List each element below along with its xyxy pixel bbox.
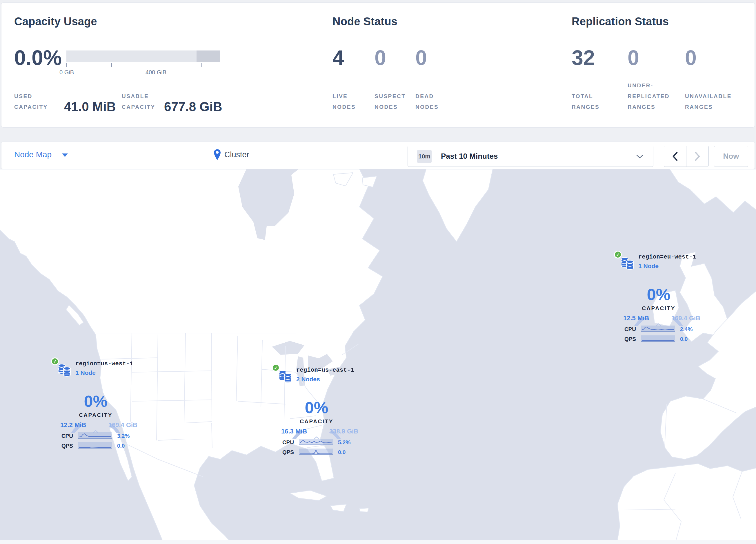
region-name: region=us-east-1 [296,367,354,374]
capacity-bar-tick [111,63,112,67]
used-capacity-value: 41.0 MiB [64,99,116,114]
suspect-nodes-value: 0 [375,47,386,69]
qps-value: 0.0 [117,443,125,449]
chevron-down-icon [636,155,643,159]
cpu-label: CPU [271,439,294,446]
cpu-sparkline [78,432,112,439]
capacity-bar-tick [66,63,67,67]
live-nodes-label: LIVE NODES [332,91,365,112]
used-capacity-label: USED CAPACITY [14,91,58,112]
cpu-value: 3.2% [117,433,130,439]
capacity-percent: 0% [66,392,125,411]
cpu-value: 2.4% [680,326,693,333]
usable-capacity-label: USABLE CAPACITY [122,91,168,112]
qps-label: QPS [271,449,294,456]
map-pin-icon [214,149,221,160]
capacity-total-value: 338.9 GiB [329,428,358,435]
time-step-forward-button[interactable] [686,146,708,166]
caret-down-icon [62,153,68,157]
total-ranges-label: TOTAL RANGES [572,91,609,112]
qps-value: 0.0 [680,336,688,342]
world-map [0,169,756,540]
suspect-nodes-label: SUSPECT NODES [375,91,409,112]
cpu-label: CPU [50,433,73,439]
unavailable-ranges-label: UNAVAILABLE RANGES [685,91,734,112]
time-range-label: Past 10 Minutes [441,146,498,166]
region-marker-eu-west-1[interactable]: region=eu-west-1 1 Node 0% CAPACITY 12.5… [606,250,706,346]
dead-nodes-value: 0 [415,47,427,69]
time-step-back-button[interactable] [664,146,686,166]
qps-sparkline [78,442,112,449]
time-range-badge: 10m [417,150,432,163]
now-button[interactable]: Now [714,146,748,167]
time-step-control [664,146,709,167]
capacity-total-value: 169.4 GiB [671,315,700,322]
cpu-label: CPU [613,326,636,333]
node-status-title: Node Status [332,15,397,28]
capacity-percent: 0% [287,398,346,417]
qps-label: QPS [50,443,73,449]
node-map-page: Capacity Usage 0.0% 0 GiB 400 GiB USED C… [0,0,756,544]
map-toolbar: Node Map Cluster 10m Past 10 Minutes [1,141,755,169]
capacity-percent: 0% [629,285,688,304]
replication-status-title: Replication Status [572,15,669,28]
capacity-bar-reserved-segment [197,50,220,62]
capacity-total-value: 169.4 GiB [108,421,137,429]
view-selector-dropdown[interactable]: Node Map [14,150,68,159]
time-range-dropdown[interactable]: 10m Past 10 Minutes [408,146,653,167]
capacity-usage-percent: 0.0% [14,47,62,69]
now-button-label: Now [723,152,739,161]
under-replicated-ranges-value: 0 [628,47,639,69]
region-name: region=eu-west-1 [638,253,696,260]
qps-sparkline [299,449,333,455]
capacity-used-value: 16.3 MiB [281,428,307,435]
capacity-used-value: 12.5 MiB [623,315,649,322]
map-footer-strip [0,540,756,544]
qps-label: QPS [613,336,636,342]
view-selector-label: Node Map [14,150,52,159]
dead-nodes-label: DEAD NODES [415,91,448,112]
qps-value: 0.0 [338,449,346,456]
breadcrumb-label: Cluster [224,150,249,159]
capacity-usage-bar [66,50,220,62]
total-ranges-value: 32 [572,47,595,69]
breadcrumb[interactable]: Cluster [214,149,249,160]
region-marker-us-west-1[interactable]: region=us-west-1 1 Node 0% CAPACITY 12.2… [43,357,143,453]
usable-capacity-value: 677.8 GiB [164,99,222,114]
cpu-value: 5.2% [338,439,350,446]
capacity-label: CAPACITY [287,418,346,425]
capacity-label: CAPACITY [66,412,125,418]
capacity-bar-tick-label: 0 GiB [59,69,74,76]
cluster-summary-bar: Capacity Usage 0.0% 0 GiB 400 GiB USED C… [1,2,755,128]
node-map-canvas: region=us-west-1 1 Node 0% CAPACITY 12.2… [0,169,756,540]
chevron-left-icon [672,152,678,161]
cpu-sparkline [299,439,333,445]
capacity-bar-tick [156,63,156,67]
unavailable-ranges-value: 0 [685,47,697,69]
capacity-bar-tick-label: 400 GiB [146,69,166,76]
cpu-sparkline [641,326,675,332]
capacity-bar-tick [201,63,202,67]
region-name: region=us-west-1 [75,360,133,367]
capacity-label: CAPACITY [629,305,688,312]
capacity-usage-title: Capacity Usage [14,15,97,28]
chevron-right-icon [694,152,701,161]
capacity-used-value: 12.2 MiB [60,421,86,429]
under-replicated-ranges-label: UNDER-REPLICATED RANGES [628,80,676,112]
live-nodes-value: 4 [332,47,344,69]
qps-sparkline [641,336,675,342]
region-marker-us-east-1[interactable]: region=us-east-1 2 Nodes 0% CAPACITY 16.… [264,363,364,459]
